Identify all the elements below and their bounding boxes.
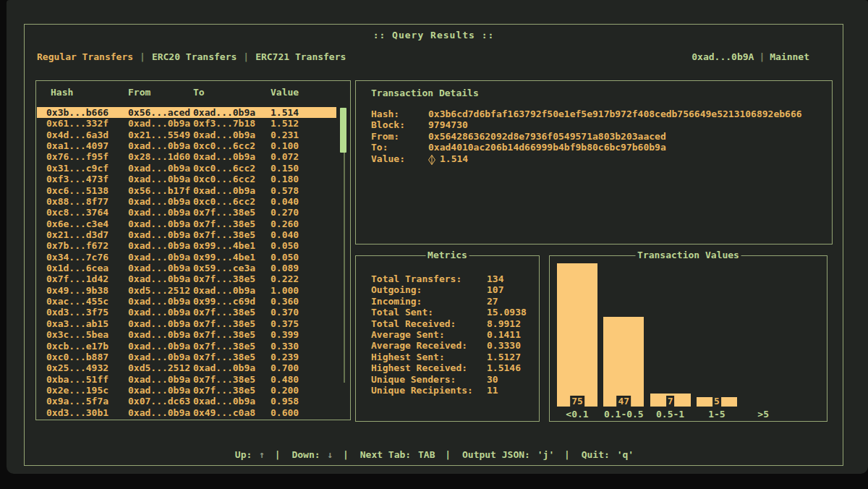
metric-row: Highest Received: 1.5146 bbox=[371, 362, 535, 373]
cell-to: 0x7f...38e5 bbox=[193, 207, 271, 218]
cell-hash: 0xba...51ff bbox=[46, 374, 128, 385]
hint-output-json-key: 'j' bbox=[537, 449, 554, 460]
table-row[interactable]: 0xf3...473f 0xad...0b9a 0xc0...6cc2 0.18… bbox=[37, 174, 336, 184]
table-row[interactable]: 0xd3...30b1 0xad...0b9a 0x49...c0a8 0.60… bbox=[37, 407, 336, 418]
metric-value: 134 bbox=[487, 273, 503, 284]
cell-hash: 0xd3...3f75 bbox=[46, 307, 128, 318]
app-title: :: Query Results :: bbox=[25, 30, 843, 41]
app-frame: :: Query Results :: Regular Transfers|ER… bbox=[24, 24, 843, 466]
table-row[interactable]: 0x31...c9cf 0xad...0b9a 0xc0...6cc2 0.15… bbox=[37, 163, 336, 174]
hint-quit-label: Quit: bbox=[582, 449, 610, 460]
metric-value: 0.3330 bbox=[487, 340, 521, 351]
cell-to: 0x99...4be1 bbox=[193, 252, 271, 263]
cell-from: 0xd5...2512 bbox=[128, 285, 193, 296]
tab-erc20-transfers[interactable]: ERC20 Transfers bbox=[152, 51, 237, 62]
table-row[interactable]: 0x7f...1d42 0xad...0b9a 0x7f...38e5 0.22… bbox=[37, 273, 336, 284]
detail-value-hash: 0x3b6cd7d6bfaf163792f50e1ef5e917b972f408… bbox=[428, 109, 802, 119]
cell-hash: 0xc6...5138 bbox=[46, 185, 128, 196]
column-header-from: From bbox=[128, 87, 193, 98]
metric-label: Unique Recipients: bbox=[371, 385, 487, 396]
cell-hash: 0x3b...b666 bbox=[46, 107, 128, 118]
table-row[interactable]: 0xac...455c 0xad...0b9a 0x99...c69d 0.36… bbox=[37, 296, 336, 307]
table-row[interactable]: 0xc0...b887 0xad...0b9a 0x7f...38e5 0.23… bbox=[37, 352, 336, 362]
cell-from: 0xad...0b9a bbox=[128, 118, 193, 129]
cell-from: 0xad...0b9a bbox=[128, 140, 193, 151]
cell-to: 0xad...0b9a bbox=[193, 129, 271, 140]
detail-value-amount: 1.514 bbox=[440, 153, 468, 164]
metric-value: 15.0938 bbox=[487, 307, 527, 318]
table-row[interactable]: 0x9a...5f7a 0x07...dc63 0xad...0b9a 0.95… bbox=[37, 396, 336, 407]
table-row[interactable]: 0x6e...c3e4 0xad...0b9a 0x7f...38e5 0.26… bbox=[37, 218, 336, 229]
cell-value: 0.222 bbox=[271, 273, 336, 284]
table-row[interactable]: 0x21...d3d7 0xad...0b9a 0x7f...38e5 0.04… bbox=[37, 229, 336, 240]
cell-from: 0xad...0b9a bbox=[128, 385, 193, 396]
detail-label-block: Block: bbox=[371, 119, 428, 130]
cell-to: 0xc0...6cc2 bbox=[193, 174, 271, 184]
cell-hash: 0xcb...e17b bbox=[46, 341, 128, 352]
detail-value-from: 0x564286362092d8e7936f0549571a803b203aac… bbox=[428, 131, 666, 142]
cell-from: 0xad...0b9a bbox=[128, 352, 193, 362]
cell-to: 0x7f...38e5 bbox=[193, 307, 271, 318]
table-row[interactable]: 0xc6...5138 0x56...b17f 0xad...0b9a 0.57… bbox=[37, 185, 336, 196]
bar-xlabels: <0.10.1-0.50.5-11-5>5 bbox=[550, 409, 827, 420]
account-address: 0xad...0b9A bbox=[692, 51, 754, 62]
table-row[interactable]: 0xd3...3f75 0xad...0b9a 0x7f...38e5 0.37… bbox=[37, 307, 336, 318]
metric-label: Highest Sent: bbox=[371, 352, 487, 362]
details-rows: Hash: 0x3b6cd7d6bfaf163792f50e1ef5e917b9… bbox=[371, 109, 825, 164]
table-row[interactable]: 0x76...f95f 0x28...1d60 0xad...0b9a 0.07… bbox=[37, 151, 336, 162]
cell-from: 0xad...0b9a bbox=[128, 307, 193, 318]
table-row[interactable]: 0xa1...4097 0xad...0b9a 0xc0...6cc2 0.10… bbox=[37, 140, 336, 151]
tab-separator: | bbox=[140, 51, 145, 62]
cell-hash: 0xf3...473f bbox=[46, 174, 128, 184]
cell-from: 0xad...0b9a bbox=[128, 329, 193, 340]
table-row[interactable]: 0x88...8f77 0xad...0b9a 0xc0...6cc2 0.04… bbox=[37, 196, 336, 207]
metric-label: Outgoing: bbox=[371, 284, 487, 295]
metric-row: Outgoing: 107 bbox=[371, 284, 535, 295]
table-row[interactable]: 0xa3...ab15 0xad...0b9a 0x7f...38e5 0.37… bbox=[37, 318, 336, 329]
metric-label: Total Sent: bbox=[371, 307, 487, 318]
footer-separator: | bbox=[564, 449, 570, 460]
cell-hash: 0x2e...195c bbox=[46, 385, 128, 396]
cell-value: 0.700 bbox=[271, 362, 336, 373]
table-row[interactable]: 0x7b...f672 0xad...0b9a 0x99...4be1 0.05… bbox=[37, 240, 336, 251]
scrollbar-thumb[interactable] bbox=[340, 108, 346, 153]
table-row[interactable]: 0x2e...195c 0xad...0b9a 0x7f...38e5 0.20… bbox=[37, 385, 336, 396]
footer-separator: | bbox=[343, 449, 349, 460]
cell-hash: 0x6e...c3e4 bbox=[46, 218, 128, 229]
table-row[interactable]: 0x3b...b666 0x56...aced 0xad...0b9a 1.51… bbox=[37, 107, 336, 118]
detail-value-block: 9794730 bbox=[428, 119, 468, 130]
table-row[interactable]: 0x49...9b38 0xd5...2512 0xad...0b9a 1.00… bbox=[37, 285, 336, 296]
table-row[interactable]: 0x34...7c76 0xad...0b9a 0x99...4be1 0.05… bbox=[37, 252, 336, 263]
cell-from: 0x28...1d60 bbox=[128, 151, 193, 162]
cell-to: 0x7f...38e5 bbox=[193, 229, 271, 240]
table-row[interactable]: 0x25...4932 0xd5...2512 0xad...0b9a 0.70… bbox=[37, 362, 336, 373]
cell-to: 0xad...0b9a bbox=[193, 285, 271, 296]
cell-value: 0.050 bbox=[271, 240, 336, 251]
table-row[interactable]: 0xc8...3764 0xad...0b9a 0x7f...38e5 0.27… bbox=[37, 207, 336, 218]
cell-hash: 0x49...9b38 bbox=[46, 285, 128, 296]
bar-xlabel: 1-5 bbox=[708, 409, 725, 420]
table-row[interactable]: 0xba...51ff 0xad...0b9a 0x7f...38e5 0.48… bbox=[37, 374, 336, 385]
table-row[interactable]: 0x1d...6cea 0xad...0b9a 0x59...ce3a 0.08… bbox=[37, 263, 336, 273]
details-title: Transaction Details bbox=[371, 88, 479, 98]
cell-value: 0.260 bbox=[271, 218, 336, 229]
cell-value: 0.480 bbox=[271, 374, 336, 385]
tab-regular-transfers[interactable]: Regular Transfers bbox=[37, 51, 133, 62]
cell-to: 0xad...0b9a bbox=[193, 151, 271, 162]
metric-value: 1.5127 bbox=[487, 352, 521, 362]
cell-hash: 0x31...c9cf bbox=[46, 163, 128, 174]
table-row[interactable]: 0x4d...6a3d 0x21...5549 0xad...0b9a 0.23… bbox=[37, 129, 336, 140]
chart-title: Transaction Values bbox=[635, 250, 741, 260]
tab-separator: | bbox=[243, 51, 249, 62]
cell-from: 0xad...0b9a bbox=[128, 252, 193, 263]
cell-value: 1.512 bbox=[271, 118, 336, 129]
table-row[interactable]: 0x3c...5bea 0xad...0b9a 0x7f...38e5 0.39… bbox=[37, 329, 336, 340]
transfers-table-panel: Hash From To Value 0x3b...b666 0x56...ac… bbox=[35, 80, 351, 420]
tab-erc721-transfers[interactable]: ERC721 Transfers bbox=[255, 51, 346, 62]
table-row[interactable]: 0x61...332f 0xad...0b9a 0xf3...7b18 1.51… bbox=[37, 118, 336, 129]
bar-xlabel: 0.5-1 bbox=[656, 409, 684, 420]
metric-row: Unique Recipients: 11 bbox=[371, 385, 535, 396]
table-row[interactable]: 0xcb...e17b 0xad...0b9a 0x7f...38e5 0.33… bbox=[37, 341, 336, 352]
detail-value-to: 0xad4010ac206b14d66999b4bf9b80c6bc97b60b… bbox=[428, 142, 666, 153]
terminal-window: :: Query Results :: Regular Transfers|ER… bbox=[7, 0, 868, 474]
